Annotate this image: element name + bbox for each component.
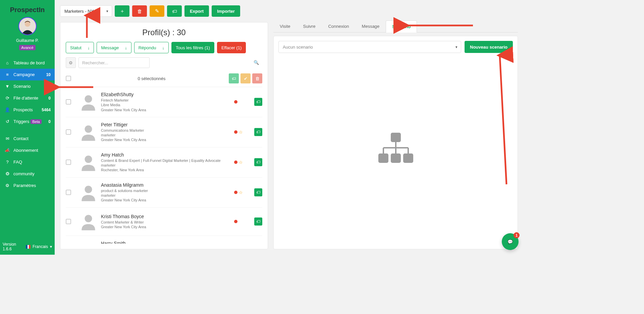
row-tag-button[interactable]: 🏷 xyxy=(254,128,262,136)
filter-all[interactable]: Tous les filtres (1) xyxy=(171,42,214,53)
search-input[interactable] xyxy=(78,57,150,68)
gear-icon: ⚙ xyxy=(4,183,11,188)
nav-community[interactable]: ❂community xyxy=(0,168,55,180)
tab-message[interactable]: Message xyxy=(356,20,386,32)
version-text: Version 1.6.6 xyxy=(3,242,24,251)
person-icon xyxy=(79,93,98,111)
tabs: VisiteSuivreConnexionMessageScenario xyxy=(273,20,518,33)
row-status: ☆ xyxy=(234,190,251,195)
filter-repondu[interactable]: Répondu↓ xyxy=(134,42,169,53)
scenario-diagram xyxy=(278,53,513,244)
tag-icon: 🏷 xyxy=(256,190,260,195)
profile-location: Greater New York City Area xyxy=(101,137,231,142)
row-checkbox[interactable] xyxy=(66,99,71,105)
tag-button[interactable]: 🏷 xyxy=(167,5,182,17)
svg-point-2 xyxy=(85,95,92,103)
add-button[interactable]: ＋ xyxy=(115,5,129,17)
settings-button[interactable]: ⚙ xyxy=(66,57,76,68)
profile-location: Greater New York City Area xyxy=(101,198,231,202)
filter-message[interactable]: Message↓ xyxy=(97,42,131,53)
profile-info: Anastasia Milgrammproduct & solutions ma… xyxy=(101,182,231,203)
campaign-select[interactable]: Marketers - NY xyxy=(60,5,112,17)
nav-dashboard[interactable]: ⌂Tableau de bord xyxy=(0,57,55,69)
profile-row[interactable]: Amy HatchContent & Brand Expert | Full-F… xyxy=(66,147,262,178)
edit-button[interactable]: ✎ xyxy=(150,5,164,17)
chat-button[interactable]: 💬 1 xyxy=(502,233,519,250)
nav-settings[interactable]: ⚙Paramètres xyxy=(0,180,55,191)
chat-badge: 1 xyxy=(514,232,520,238)
tag-icon: 🏷 xyxy=(256,100,260,104)
profile-info: Kristi Thomas BoyceContent Marketer & Wr… xyxy=(101,214,231,230)
user-avatar[interactable] xyxy=(18,17,37,35)
tab-connexion[interactable]: Connexion xyxy=(322,20,355,32)
row-checkbox[interactable] xyxy=(66,219,71,224)
profile-title: Communications Marketer xyxy=(101,128,231,133)
filter-row: Statut↓ Message↓ Répondu↓ Tous les filtr… xyxy=(66,42,262,53)
nav-campagne[interactable]: ≡Campagne10 xyxy=(0,69,55,80)
row-tag-button[interactable]: 🏷 xyxy=(254,98,262,106)
profile-company: marketer xyxy=(101,133,231,137)
profile-row[interactable]: Anastasia Milgrammproduct & solutions ma… xyxy=(66,178,262,208)
user-icon: 👤 xyxy=(4,107,11,112)
gear-icon: ⚙ xyxy=(69,60,73,65)
row-status: ☆ xyxy=(234,130,251,135)
profile-company: Libre Media xyxy=(101,103,231,107)
profile-row[interactable]: Kristi Thomas BoyceContent Marketer & Wr… xyxy=(66,208,262,236)
select-all-checkbox[interactable] xyxy=(66,76,71,81)
user-level-badge: Avancé xyxy=(19,45,36,50)
scenario-select[interactable]: Aucun scenario xyxy=(278,41,461,53)
row-checkbox[interactable] xyxy=(66,160,71,165)
profile-title: Content Marketer & Writer xyxy=(101,220,231,225)
import-button[interactable]: Importer xyxy=(212,5,240,17)
profile-row[interactable]: Peter TittigerCommunications Marketermar… xyxy=(66,117,262,147)
row-tag-button[interactable]: 🏷 xyxy=(254,188,262,196)
profile-info: Peter TittigerCommunications Marketermar… xyxy=(101,122,231,142)
status-dot-icon xyxy=(234,191,237,194)
nav-triggers[interactable]: ↺TriggersBeta0 xyxy=(0,116,55,127)
nav-scenario[interactable]: ▼Scenario0 xyxy=(0,80,55,92)
tab-suivre[interactable]: Suivre xyxy=(297,20,322,32)
bulk-tag-button[interactable]: 🏷 xyxy=(229,73,239,83)
row-tag-button[interactable]: 🏷 xyxy=(254,158,262,166)
delete-button[interactable]: 🗑 xyxy=(132,5,147,17)
profile-title: product & solutions marketer xyxy=(101,188,231,193)
new-scenario-button[interactable]: Nouveau scenario xyxy=(465,41,513,53)
bars-icon: ≡ xyxy=(4,72,11,77)
nav-queue[interactable]: ⟳File d'attente0 xyxy=(0,92,55,104)
bulk-approve-button[interactable]: ✔ xyxy=(240,73,251,83)
profiles-panel: Profil(s) : 30 Statut↓ Message↓ Répondu↓… xyxy=(60,22,268,249)
profile-row[interactable]: ElizabethShuttyFintech MarketerLibre Med… xyxy=(66,87,262,117)
nav-contact[interactable]: ✉Contact xyxy=(0,133,55,144)
toolbar: Marketers - NY ＋ 🗑 ✎ 🏷 Export Importer xyxy=(60,5,268,17)
history-icon: ↺ xyxy=(4,119,11,124)
check-icon: ✔ xyxy=(244,76,248,81)
filter-statut[interactable]: Statut↓ xyxy=(66,42,94,53)
nav-abonnement[interactable]: 📣Abonnement xyxy=(0,144,55,156)
refresh-icon: ⟳ xyxy=(4,96,11,101)
profile-name: Anastasia Milgramm xyxy=(101,182,231,188)
profile-info: Amy HatchContent & Brand Expert | Full-F… xyxy=(101,152,231,173)
svg-point-3 xyxy=(85,125,92,133)
sidebar-footer[interactable]: Version 1.6.6 Francais ▾ xyxy=(0,239,55,255)
tab-visite[interactable]: Visite xyxy=(273,20,297,32)
flag-icon xyxy=(26,245,31,249)
nav-faq[interactable]: ?FAQ xyxy=(0,156,55,168)
row-tag-button[interactable]: 🏷 xyxy=(254,217,262,226)
row-checkbox[interactable] xyxy=(66,129,71,135)
trash-icon: 🗑 xyxy=(255,76,260,81)
export-button[interactable]: Export xyxy=(184,5,209,17)
profile-title: Fintech Marketer xyxy=(101,98,231,103)
bulk-delete-button[interactable]: 🗑 xyxy=(252,73,262,83)
tab-scenario[interactable]: Scenario xyxy=(386,20,417,33)
profile-name: Amy Hatch xyxy=(101,152,231,158)
svg-rect-11 xyxy=(403,153,413,163)
pencil-icon: ✎ xyxy=(155,8,159,14)
profile-info: ElizabethShuttyFintech MarketerLibre Med… xyxy=(101,92,231,112)
nav-primary: ⌂Tableau de bord ≡Campagne10 ▼Scenario0 … xyxy=(0,57,55,127)
profile-row[interactable]: Harry SmithSales Marketer Manger/Busines… xyxy=(66,236,262,244)
app-logo: ProspectIn xyxy=(0,0,55,16)
row-checkbox[interactable] xyxy=(66,190,71,195)
nav-prospects[interactable]: 👤Prospects5464 xyxy=(0,104,55,116)
profile-company: marketer xyxy=(101,193,231,198)
filter-clear[interactable]: Effacer (1) xyxy=(217,42,246,53)
